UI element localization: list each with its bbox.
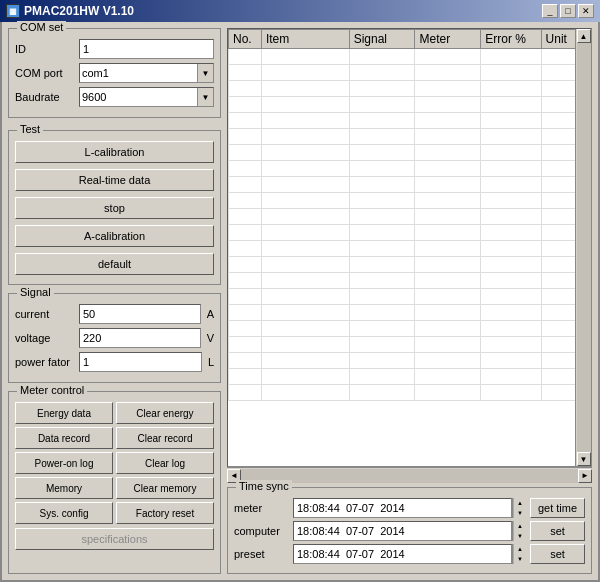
energy-data-button[interactable]: Energy data [15, 402, 113, 424]
preset-time-spin: ▲ ▼ [512, 544, 526, 564]
table-row [229, 273, 591, 289]
meter-control-group: Meter control Energy data Clear energy D… [8, 391, 221, 574]
col-signal: Signal [349, 30, 415, 49]
signal-title: Signal [17, 286, 54, 298]
meter-time-input-wrap: ▲ ▼ [293, 498, 526, 518]
title-bar: ▦ PMAC201HW V1.10 _ □ ✕ [0, 0, 600, 22]
table-row [229, 81, 591, 97]
preset-time-input[interactable] [293, 544, 512, 564]
preset-time-label: preset [234, 548, 289, 560]
table-row [229, 257, 591, 273]
table-row [229, 369, 591, 385]
vertical-scrollbar[interactable]: ▲ ▼ [575, 29, 591, 466]
meter-time-row: meter ▲ ▼ get time [234, 498, 585, 518]
power-factor-label: power fator [15, 356, 75, 368]
left-panel: COM set ID COM port com1 com2 com3 ▼ [8, 28, 221, 574]
scroll-track [577, 43, 591, 452]
close-button[interactable]: ✕ [578, 4, 594, 18]
col-no: No. [229, 30, 262, 49]
computer-time-input[interactable] [293, 521, 512, 541]
table-row [229, 113, 591, 129]
table-row [229, 289, 591, 305]
specifications-button[interactable]: specifications [15, 528, 214, 550]
table-row [229, 65, 591, 81]
meter-time-label: meter [234, 502, 289, 514]
computer-time-label: computer [234, 525, 289, 537]
data-record-button[interactable]: Data record [15, 427, 113, 449]
table-row [229, 193, 591, 209]
scroll-up-button[interactable]: ▲ [577, 29, 591, 43]
voltage-unit: V [207, 332, 214, 344]
set-computer-time-button[interactable]: set [530, 521, 585, 541]
preset-spin-down[interactable]: ▼ [513, 554, 526, 564]
voltage-label: voltage [15, 332, 75, 344]
id-input[interactable] [79, 39, 214, 59]
memory-button[interactable]: Memory [15, 477, 113, 499]
a-calibration-button[interactable]: A-calibration [15, 225, 214, 247]
power-factor-unit: L [208, 356, 214, 368]
col-error: Error % [481, 30, 541, 49]
data-table: No. Item Signal Meter Error % Unit [228, 29, 591, 401]
table-container: No. Item Signal Meter Error % Unit [227, 28, 592, 483]
sys-config-button[interactable]: Sys. config [15, 502, 113, 524]
meter-control-title: Meter control [17, 384, 87, 396]
com-port-select[interactable]: com1 com2 com3 [79, 63, 214, 83]
preset-time-row: preset ▲ ▼ set [234, 544, 585, 564]
power-factor-input[interactable] [79, 352, 202, 372]
baudrate-label: Baudrate [15, 91, 75, 103]
baudrate-select[interactable]: 9600 19200 38400 [79, 87, 214, 107]
table-row [229, 353, 591, 369]
col-item: Item [261, 30, 349, 49]
app-icon: ▦ [6, 4, 20, 18]
computer-time-row: computer ▲ ▼ set [234, 521, 585, 541]
meter-time-spin: ▲ ▼ [512, 498, 526, 518]
current-input[interactable] [79, 304, 201, 324]
set-preset-time-button[interactable]: set [530, 544, 585, 564]
maximize-button[interactable]: □ [560, 4, 576, 18]
time-sync-group: Time sync meter ▲ ▼ get time [227, 487, 592, 574]
minimize-button[interactable]: _ [542, 4, 558, 18]
clear-memory-button[interactable]: Clear memory [116, 477, 214, 499]
id-label: ID [15, 43, 75, 55]
computer-time-input-wrap: ▲ ▼ [293, 521, 526, 541]
table-row [229, 209, 591, 225]
window-title-area: ▦ PMAC201HW V1.10 [6, 4, 134, 18]
table-row [229, 241, 591, 257]
com-port-row: COM port com1 com2 com3 ▼ [15, 63, 214, 83]
baudrate-row: Baudrate 9600 19200 38400 ▼ [15, 87, 214, 107]
table-row [229, 97, 591, 113]
l-calibration-button[interactable]: L-calibration [15, 141, 214, 163]
stop-button[interactable]: stop [15, 197, 214, 219]
get-time-button[interactable]: get time [530, 498, 585, 518]
voltage-input[interactable] [79, 328, 201, 348]
table-row [229, 161, 591, 177]
table-row [229, 321, 591, 337]
real-time-data-button[interactable]: Real-time data [15, 169, 214, 191]
table-row [229, 145, 591, 161]
clear-record-button[interactable]: Clear record [116, 427, 214, 449]
table-row [229, 49, 591, 65]
current-row: current A [15, 304, 214, 324]
table-row [229, 337, 591, 353]
clear-log-button[interactable]: Clear log [116, 452, 214, 474]
hscroll-right-button[interactable]: ► [578, 469, 592, 483]
factory-reset-button[interactable]: Factory reset [116, 502, 214, 524]
meter-spin-up[interactable]: ▲ [513, 498, 526, 508]
meter-spin-down[interactable]: ▼ [513, 508, 526, 518]
com-set-title: COM set [17, 21, 66, 33]
preset-spin-up[interactable]: ▲ [513, 544, 526, 554]
scroll-down-button[interactable]: ▼ [577, 452, 591, 466]
computer-spin-up[interactable]: ▲ [513, 521, 526, 531]
id-row: ID [15, 39, 214, 59]
power-factor-row: power fator L [15, 352, 214, 372]
com-set-group: COM set ID COM port com1 com2 com3 ▼ [8, 28, 221, 118]
default-button[interactable]: default [15, 253, 214, 275]
table-scroll-area[interactable]: No. Item Signal Meter Error % Unit [228, 29, 591, 466]
clear-energy-button[interactable]: Clear energy [116, 402, 214, 424]
computer-spin-down[interactable]: ▼ [513, 531, 526, 541]
col-meter: Meter [415, 30, 481, 49]
com-port-label: COM port [15, 67, 75, 79]
power-on-log-button[interactable]: Power-on log [15, 452, 113, 474]
meter-time-input[interactable] [293, 498, 512, 518]
window-title: PMAC201HW V1.10 [24, 4, 134, 18]
